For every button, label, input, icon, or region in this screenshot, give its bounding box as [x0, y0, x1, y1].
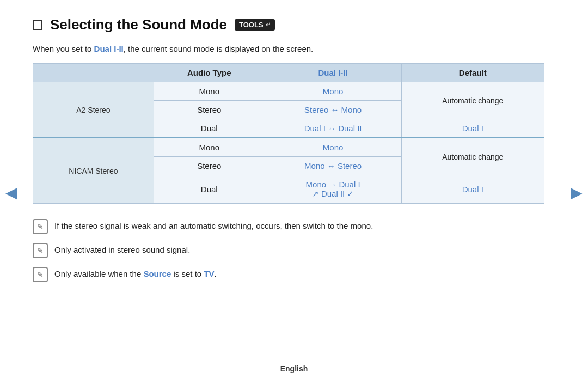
section-nicam-stereo: NICAM Stereo	[33, 138, 154, 204]
note3-suffix: .	[215, 269, 217, 278]
dual-mono-a2: Mono	[265, 82, 401, 101]
intro-highlight: Dual I-II	[94, 44, 124, 53]
col-header-default: Default	[401, 64, 544, 82]
col-header-audio-type: Audio Type	[154, 64, 265, 82]
footer-language: English	[280, 364, 308, 373]
default-auto-a2: Automatic change	[401, 82, 544, 119]
dual-dual-a2: Dual I ↔ Dual II	[265, 119, 401, 138]
note-icon-2	[33, 243, 48, 258]
note-item-3: Only available when the Source is set to…	[33, 267, 544, 282]
footer: English	[0, 364, 588, 373]
audio-type-stereo-nicam: Stereo	[154, 157, 265, 175]
title-checkbox	[33, 20, 42, 30]
table-row: NICAM Stereo Mono Mono Automatic change	[33, 138, 544, 157]
dual-stereo-nicam: Mono ↔ Stereo	[265, 157, 401, 175]
audio-type-dual-nicam: Dual	[154, 175, 265, 204]
note-text-3: Only available when the Source is set to…	[54, 267, 217, 281]
title-row: Selecting the Sound Mode TOOLS↵	[33, 16, 544, 33]
dual-dual-nicam: Mono → Dual I ↗ Dual II ✓	[265, 175, 401, 204]
intro-suffix: , the current sound mode is displayed on…	[124, 44, 314, 53]
section-a2-stereo: A2 Stereo	[33, 82, 154, 138]
table-row: A2 Stereo Mono Mono Automatic change	[33, 82, 544, 101]
note-item-2: Only activated in stereo sound signal.	[33, 243, 544, 258]
tools-arrow-icon: ↵	[266, 21, 271, 28]
default-dual1-nicam: Dual I	[401, 175, 544, 204]
dual-stereo-a2: Stereo ↔ Mono	[265, 101, 401, 119]
note3-source: Source	[143, 269, 171, 278]
note-text-1: If the stereo signal is weak and an auto…	[54, 219, 373, 233]
audio-type-mono-a2: Mono	[154, 82, 265, 101]
sound-table: Audio Type Dual I-II Default A2 Stereo M…	[33, 63, 544, 204]
note3-tv: TV	[204, 269, 214, 278]
nav-right-arrow[interactable]: ▶	[571, 183, 583, 201]
page-content: Selecting the Sound Mode TOOLS↵ When you…	[0, 0, 588, 302]
note-item-1: If the stereo signal is weak and an auto…	[33, 219, 544, 234]
col-header-empty	[33, 64, 154, 82]
audio-type-stereo-a2: Stereo	[154, 101, 265, 119]
audio-type-dual-a2: Dual	[154, 119, 265, 138]
note-icon-3	[33, 267, 48, 282]
audio-type-mono-nicam: Mono	[154, 138, 265, 157]
dual-mono-nicam: Mono	[265, 138, 401, 157]
intro-prefix: When you set to	[33, 44, 94, 53]
notes-section: If the stereo signal is weak and an auto…	[33, 219, 544, 282]
tools-badge: TOOLS↵	[235, 19, 275, 31]
default-auto-nicam: Automatic change	[401, 138, 544, 175]
nav-left-arrow[interactable]: ◀	[5, 183, 17, 201]
page-title: Selecting the Sound Mode	[50, 16, 227, 33]
note-text-2: Only activated in stereo sound signal.	[54, 243, 190, 257]
note3-mid: is set to	[171, 269, 204, 278]
note3-prefix: Only available when the	[54, 269, 143, 278]
col-header-dual: Dual I-II	[265, 64, 401, 82]
tools-badge-label: TOOLS	[239, 21, 264, 29]
note-icon-1	[33, 219, 48, 234]
default-dual1-a2: Dual I	[401, 119, 544, 138]
intro-text: When you set to Dual I-II, the current s…	[33, 44, 544, 53]
table-header-row: Audio Type Dual I-II Default	[33, 64, 544, 82]
